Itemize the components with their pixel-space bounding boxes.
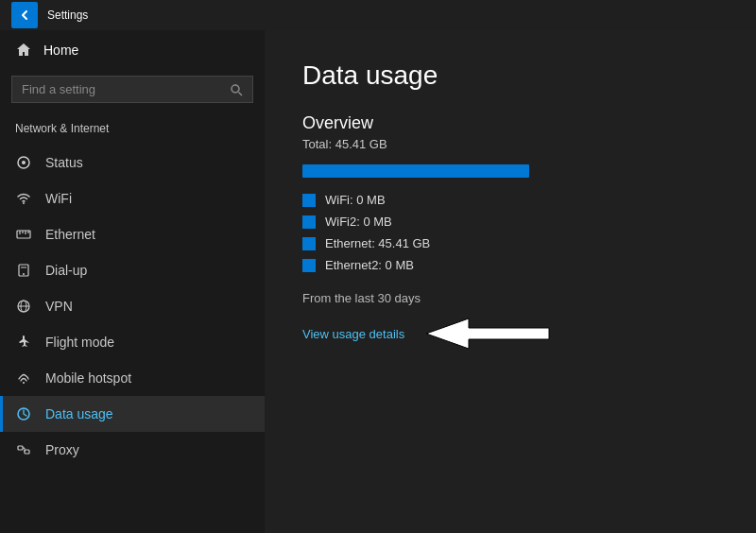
overview-title: Overview (302, 113, 718, 133)
sidebar-label-mobilehotspot: Mobile hotspot (45, 370, 131, 386)
vpn-icon (15, 298, 32, 315)
status-icon (15, 154, 32, 171)
mobilehotspot-icon (15, 370, 32, 387)
overview-total: Total: 45.41 GB (302, 137, 718, 151)
sidebar-label-proxy: Proxy (45, 442, 79, 457)
list-item: WiFi2: 0 MB (302, 215, 718, 229)
ethernet2-color-box (302, 259, 316, 272)
sidebar-item-vpn[interactable]: VPN (0, 288, 265, 324)
svg-point-11 (23, 273, 25, 275)
sidebar-label-status: Status (45, 155, 83, 170)
usage-bar-fill (302, 164, 529, 178)
from-last-label: From the last 30 days (302, 291, 718, 305)
title-bar-title: Settings (47, 9, 88, 22)
sidebar-item-proxy[interactable]: Proxy (0, 432, 265, 468)
back-button[interactable] (11, 2, 38, 28)
sidebar-item-status[interactable]: Status (0, 145, 265, 181)
ethernet2-usage-label: Ethernet2: 0 MB (325, 258, 414, 272)
search-box[interactable] (11, 76, 253, 103)
sidebar-item-wifi[interactable]: WiFi (0, 181, 265, 216)
sidebar-label-dialup: Dial-up (45, 263, 87, 278)
view-usage-details-link[interactable]: View usage details (302, 327, 404, 341)
usage-list: WiFi: 0 MB WiFi2: 0 MB Ethernet: 45.41 G… (302, 193, 718, 272)
list-item: Ethernet2: 0 MB (302, 258, 718, 272)
search-icon (230, 83, 243, 96)
sidebar-item-ethernet[interactable]: Ethernet (0, 216, 265, 252)
home-label: Home (43, 43, 78, 58)
wifi-usage-label: WiFi: 0 MB (325, 193, 386, 207)
sidebar-item-mobilehotspot[interactable]: Mobile hotspot (0, 360, 265, 396)
proxy-icon (15, 441, 32, 458)
search-input[interactable] (22, 82, 222, 96)
svg-line-1 (239, 92, 243, 95)
svg-point-16 (23, 382, 25, 384)
dialup-icon (15, 262, 32, 279)
ethernet-color-box (302, 237, 316, 250)
wifi2-color-box (302, 215, 316, 229)
sidebar-section-title: Network & Internet (0, 116, 265, 145)
list-item: Ethernet: 45.41 GB (302, 236, 718, 250)
svg-point-4 (23, 202, 25, 204)
sidebar-item-datausage[interactable]: Data usage (0, 396, 265, 432)
sidebar-label-datausage: Data usage (45, 406, 113, 421)
ethernet-usage-label: Ethernet: 45.41 GB (325, 236, 430, 250)
sidebar-item-home[interactable]: Home (0, 30, 265, 70)
page-title: Data usage (302, 60, 718, 91)
flightmode-icon (15, 334, 32, 351)
usage-bar (302, 164, 529, 178)
sidebar-label-flightmode: Flight mode (45, 335, 114, 350)
svg-rect-19 (25, 450, 29, 454)
home-icon (15, 42, 32, 59)
svg-rect-18 (18, 446, 23, 450)
sidebar-item-flightmode[interactable]: Flight mode (0, 324, 265, 360)
content-area: Data usage Overview Total: 45.41 GB WiFi… (265, 30, 756, 533)
sidebar-label-ethernet: Ethernet (45, 227, 95, 242)
sidebar-label-vpn: VPN (45, 299, 73, 314)
svg-point-3 (22, 161, 26, 164)
list-item: WiFi: 0 MB (302, 193, 718, 207)
sidebar: Home Network & Internet Status (0, 30, 265, 533)
sidebar-item-dialup[interactable]: Dial-up (0, 252, 265, 288)
wifi-icon (15, 190, 32, 207)
main-layout: Home Network & Internet Status (0, 30, 756, 533)
wifi-color-box (302, 194, 316, 207)
view-details-container: View usage details (302, 317, 554, 351)
title-bar: Settings (0, 0, 756, 30)
sidebar-label-wifi: WiFi (45, 191, 72, 206)
svg-marker-22 (426, 318, 549, 349)
wifi2-usage-label: WiFi2: 0 MB (325, 215, 392, 229)
arrow-annotation (421, 317, 554, 351)
svg-point-0 (232, 85, 239, 93)
datausage-icon (15, 405, 32, 422)
ethernet-icon (15, 226, 32, 243)
